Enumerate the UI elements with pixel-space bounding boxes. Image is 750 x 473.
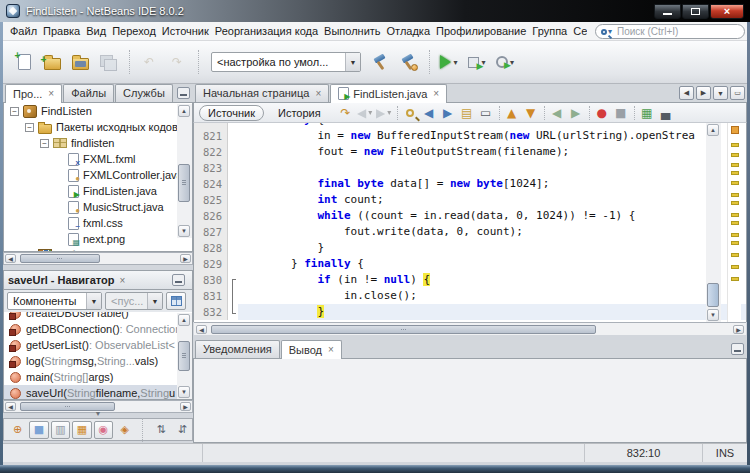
fold-margin[interactable]	[228, 288, 238, 304]
navigator-vertical-scrollbar[interactable]: ▲ ▼	[177, 313, 192, 399]
editor-tab[interactable]: Начальная страница×	[195, 84, 329, 102]
projects-tab[interactable]: Файлы	[63, 84, 114, 102]
close-window-button[interactable]: ×	[710, 4, 744, 19]
menu-item[interactable]: Правка	[40, 23, 83, 39]
close-icon[interactable]: ×	[315, 88, 321, 99]
line-number[interactable]: 831	[194, 288, 228, 304]
line-number[interactable]: 822	[194, 144, 228, 160]
warning-mark-icon[interactable]	[731, 277, 739, 281]
next-bookmark-button[interactable]: ▼	[522, 104, 540, 122]
close-icon[interactable]: ×	[328, 344, 334, 355]
code-line[interactable]: 825 int count;	[194, 192, 746, 208]
show-constructors-button[interactable]: ◉	[94, 421, 113, 439]
code-line[interactable]: 832 }	[194, 304, 746, 320]
scroll-right-icon[interactable]: ▶	[733, 325, 744, 334]
tree-item[interactable]: −Пакеты исходных кодов	[4, 119, 192, 135]
line-number[interactable]: 830	[194, 272, 228, 288]
projects-tree[interactable]: −FindListen−Пакеты исходных кодов−findli…	[3, 103, 193, 252]
editor-vertical-scrollbar[interactable]: ▲ ▼	[706, 123, 721, 322]
collapse-icon[interactable]: −	[10, 107, 19, 116]
save-all-button[interactable]	[95, 48, 121, 76]
code-line[interactable]: 829 } finally {	[194, 256, 746, 272]
close-icon[interactable]: ×	[48, 88, 54, 99]
menu-item[interactable]: Отладка	[384, 23, 433, 39]
show-static-members-button[interactable]: ▥	[51, 421, 70, 439]
warning-mark-icon[interactable]	[731, 233, 739, 237]
tree-item[interactable]: xFXML.fxml	[4, 151, 192, 167]
projects-horizontal-scrollbar[interactable]: ◀ ▶	[3, 252, 193, 265]
next-occurrence-button[interactable]: ▶	[567, 104, 585, 122]
warning-mark-icon[interactable]	[731, 253, 739, 257]
projects-tab[interactable]: Про...×	[5, 84, 62, 103]
fold-margin[interactable]	[228, 256, 238, 272]
maximize-panel-icon[interactable]: ▭	[730, 86, 745, 100]
new-file-button[interactable]: +	[11, 48, 37, 76]
warning-mark-icon[interactable]	[731, 221, 739, 225]
navigator-header[interactable]: saveUrl - Навигатор ×	[3, 270, 193, 290]
find-button[interactable]	[401, 104, 419, 122]
scroll-down-icon[interactable]: ▼	[707, 309, 719, 321]
code-line[interactable]: 828 }	[194, 240, 746, 256]
scroll-up-icon[interactable]: ▲	[178, 314, 190, 326]
clean-build-project-button[interactable]	[395, 48, 421, 76]
config-combo[interactable]: <настройка по умол...▼	[211, 52, 361, 72]
show-non-public-members-button[interactable]: ▦	[72, 421, 91, 439]
navigator-inspect-combo[interactable]: <пус... ▼	[105, 292, 163, 310]
fold-margin[interactable]	[228, 304, 238, 320]
error-stripe[interactable]	[727, 123, 741, 322]
close-icon[interactable]: ×	[120, 275, 126, 286]
navigator-filter-combo[interactable]: Компоненты ▼	[7, 292, 102, 310]
warning-mark-icon[interactable]	[731, 171, 739, 175]
previous-bookmark-button[interactable]: ▲	[503, 104, 521, 122]
record-macro-button[interactable]: ●	[593, 104, 611, 122]
member-item[interactable]: log(String msg, String... vals)	[4, 353, 192, 369]
scrollbar-thumb[interactable]	[707, 283, 719, 307]
quick-search-box[interactable]: ▾	[595, 24, 745, 39]
tree-item[interactable]: −FindListen	[4, 103, 192, 119]
fold-margin[interactable]	[228, 128, 238, 144]
fold-margin[interactable]	[228, 272, 238, 288]
line-number[interactable]: 823	[194, 160, 228, 176]
minimize-panel-button[interactable]	[177, 87, 190, 99]
member-item[interactable]: getUserList() : ObservableList<	[4, 337, 192, 353]
editor-horizontal-scrollbar[interactable]: ◀ ▶	[194, 322, 746, 335]
menu-item[interactable]: Переход	[109, 23, 159, 39]
scroll-down-icon[interactable]: ▼	[178, 386, 190, 398]
editor-tab[interactable]: ▶FindListen.java×	[330, 84, 447, 103]
history-view-button[interactable]: История	[270, 107, 329, 119]
fold-margin[interactable]	[228, 240, 238, 256]
menu-item[interactable]: Вид	[83, 23, 109, 39]
scroll-left-icon[interactable]: ◀	[196, 325, 207, 334]
code-line[interactable]: 831 in.close();	[194, 288, 746, 304]
code-line[interactable]: 823	[194, 160, 746, 176]
minimize-window-button[interactable]	[654, 4, 681, 19]
warning-mark-icon[interactable]	[731, 181, 739, 185]
fold-margin[interactable]	[228, 160, 238, 176]
navigator-filters-button[interactable]	[166, 292, 186, 310]
warning-mark-icon[interactable]	[731, 193, 739, 197]
profile-project-button[interactable]: ▾	[492, 48, 518, 76]
maximize-window-button[interactable]	[682, 4, 709, 19]
scroll-up-icon[interactable]: ▲	[707, 124, 719, 136]
tree-item[interactable]: ~fxml.css	[4, 215, 192, 231]
filter-members-button[interactable]: ◈	[115, 421, 134, 439]
scroll-right-icon[interactable]: ▶	[180, 402, 191, 411]
line-number[interactable]: 827	[194, 224, 228, 240]
output-content[interactable]	[193, 359, 747, 443]
member-item[interactable]: createDBUserTable()	[4, 312, 192, 321]
sort-by-name-button[interactable]: ⇅	[151, 421, 170, 439]
redo-button[interactable]: ↷	[164, 48, 190, 76]
code-line[interactable]: 827 fout.write(data, 0, count);	[194, 224, 746, 240]
fold-margin[interactable]	[228, 176, 238, 192]
splitter-grip-icon[interactable]: ▼	[93, 411, 103, 416]
fold-margin[interactable]	[228, 208, 238, 224]
warnings-indicator-icon[interactable]	[731, 126, 739, 134]
fold-margin[interactable]	[228, 192, 238, 208]
line-number[interactable]: 825	[194, 192, 228, 208]
line-number[interactable]: 828	[194, 240, 228, 256]
menu-item[interactable]: Реорганизация кода	[212, 23, 321, 39]
scrollbar-thumb[interactable]	[178, 164, 190, 202]
stop-macro-button[interactable]: ■	[612, 104, 630, 122]
forward-button[interactable]: ▶▾	[375, 104, 393, 122]
build-project-button[interactable]	[367, 48, 393, 76]
